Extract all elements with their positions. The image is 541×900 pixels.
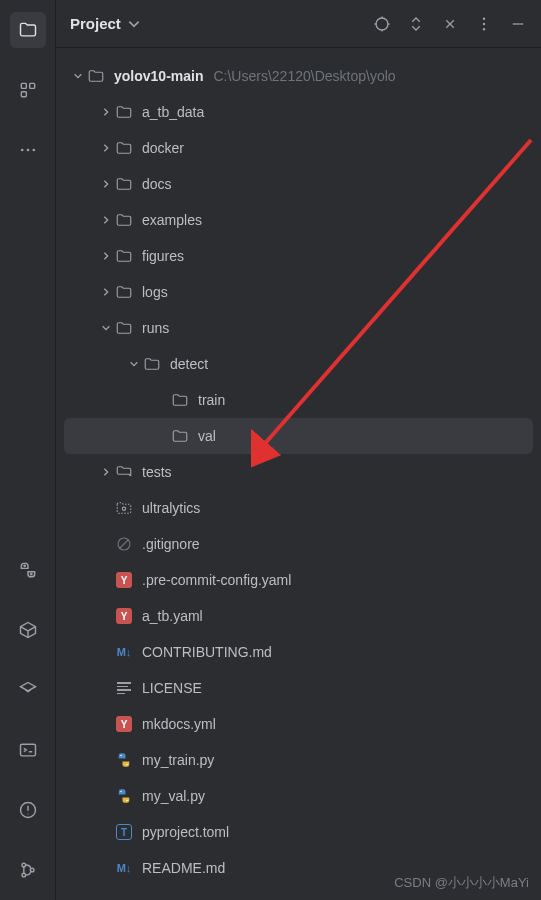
chevron-right-icon[interactable] [98,248,114,264]
file-label: mkdocs.yml [142,716,216,732]
folder-icon [142,354,162,374]
folder-docker[interactable]: docker [56,130,541,166]
folder-label: examples [142,212,202,228]
packages-icon[interactable] [10,612,46,648]
folder-icon [114,210,134,230]
services-icon[interactable] [10,672,46,708]
folder-runs[interactable]: runs [56,310,541,346]
file-label: .pre-commit-config.yaml [142,572,291,588]
svg-rect-8 [20,744,35,756]
kebab-menu-icon[interactable] [475,15,493,33]
folder-examples[interactable]: examples [56,202,541,238]
package-folder-icon [114,498,134,518]
chevron-right-icon[interactable] [98,176,114,192]
folder-label: train [198,392,225,408]
file-label: my_val.py [142,788,205,804]
chevron-right-icon[interactable] [98,140,114,156]
svg-point-14 [483,17,485,19]
target-icon[interactable] [373,15,391,33]
chevron-down-icon[interactable] [98,320,114,336]
svg-rect-2 [21,92,26,97]
folder-label: yolov10-main [114,68,203,84]
problems-icon[interactable] [10,792,46,828]
project-tree[interactable]: yolov10-main C:\Users\22120\Desktop\yolo… [56,48,541,900]
folder-docs[interactable]: docs [56,166,541,202]
yaml-icon: Y [114,714,134,734]
yaml-icon: Y [114,606,134,626]
toml-icon: T [114,822,134,842]
panel-title-text: Project [70,15,121,32]
folder-label: figures [142,248,184,264]
panel-title[interactable]: Project [70,15,141,32]
terminal-icon[interactable] [10,732,46,768]
structure-tool-icon[interactable] [10,72,46,108]
svg-point-22 [126,800,128,802]
svg-rect-0 [21,83,26,88]
file-contributing[interactable]: M↓ CONTRIBUTING.md [56,634,541,670]
file-label: pyproject.toml [142,824,229,840]
watermark: CSDN @小小小小MaYi [394,874,529,892]
chevron-right-icon[interactable] [98,284,114,300]
python-console-icon[interactable] [10,552,46,588]
svg-point-13 [376,18,388,30]
folder-logs[interactable]: logs [56,274,541,310]
svg-point-16 [483,28,485,30]
file-label: LICENSE [142,680,202,696]
file-mkdocs[interactable]: Y mkdocs.yml [56,706,541,742]
svg-point-7 [30,574,31,575]
folder-icon [86,66,106,86]
chevron-right-icon[interactable] [98,464,114,480]
svg-point-17 [122,507,125,510]
markdown-icon: M↓ [114,642,134,662]
file-pyproject[interactable]: T pyproject.toml [56,814,541,850]
svg-point-4 [26,149,29,152]
folder-path: C:\Users\22120\Desktop\yolo [213,68,395,84]
svg-point-3 [20,149,23,152]
text-icon [114,678,134,698]
svg-rect-1 [29,83,34,88]
python-icon [114,786,134,806]
file-gitignore[interactable]: .gitignore [56,526,541,562]
svg-point-15 [483,22,485,24]
chevron-down-icon[interactable] [126,356,142,372]
svg-point-19 [120,755,122,757]
expand-collapse-icon[interactable] [407,15,425,33]
file-my-train[interactable]: my_train.py [56,742,541,778]
folder-label: tests [142,464,172,480]
folder-detect[interactable]: detect [56,346,541,382]
root-folder[interactable]: yolov10-main C:\Users\22120\Desktop\yolo [56,58,541,94]
file-my-val[interactable]: my_val.py [56,778,541,814]
collapse-all-icon[interactable] [441,15,459,33]
file-license[interactable]: LICENSE [56,670,541,706]
chevron-down-icon[interactable] [70,68,86,84]
folder-label: runs [142,320,169,336]
folder-a-tb-data[interactable]: a_tb_data [56,94,541,130]
folder-ultralytics[interactable]: ultralytics [56,490,541,526]
chevron-down-icon [127,17,141,31]
more-tool-icon[interactable] [10,132,46,168]
file-label: README.md [142,860,225,876]
folder-label: ultralytics [142,500,200,516]
vcs-icon[interactable] [10,852,46,888]
chevron-right-icon[interactable] [98,104,114,120]
svg-point-20 [126,764,128,766]
svg-point-21 [120,791,122,793]
python-icon [114,750,134,770]
folder-icon [114,174,134,194]
folder-val[interactable]: val [64,418,533,454]
folder-figures[interactable]: figures [56,238,541,274]
folder-tests[interactable]: tests [56,454,541,490]
folder-train[interactable]: train [56,382,541,418]
project-tool-icon[interactable] [10,12,46,48]
file-precommit[interactable]: Y .pre-commit-config.yaml [56,562,541,598]
folder-label: docker [142,140,184,156]
svg-point-6 [24,565,25,566]
file-a-tb-yaml[interactable]: Y a_tb.yaml [56,598,541,634]
svg-point-11 [22,873,26,877]
folder-icon [170,390,190,410]
minimize-icon[interactable] [509,15,527,33]
chevron-right-icon[interactable] [98,212,114,228]
svg-point-5 [32,149,35,152]
file-label: a_tb.yaml [142,608,203,624]
activity-bar[interactable] [0,0,56,900]
